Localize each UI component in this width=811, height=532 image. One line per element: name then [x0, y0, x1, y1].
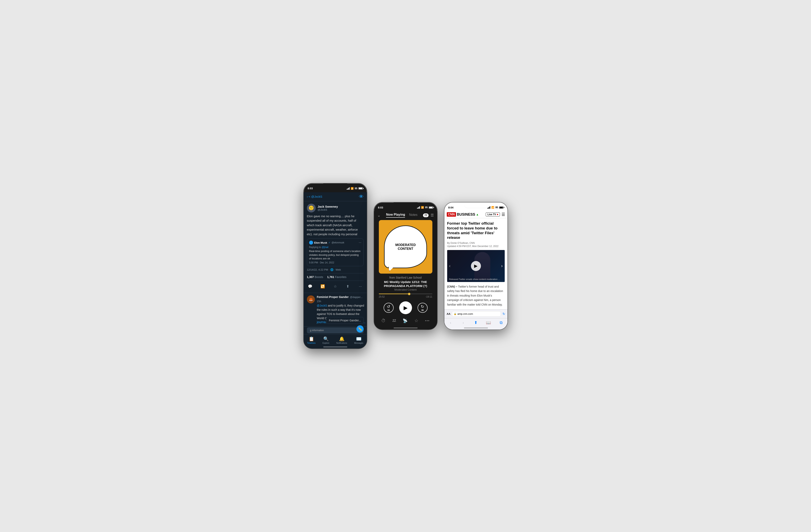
share-button-safari[interactable]: ⬆: [472, 320, 480, 325]
sleep-timer-icon[interactable]: ⏱: [381, 318, 386, 323]
speech-bubble-tail: [388, 267, 394, 271]
episode-count-badge: 77: [423, 213, 429, 217]
compose-button[interactable]: ✏️: [356, 325, 364, 333]
home-indicator-1: [323, 347, 347, 347]
verified-badge: ✓: [328, 241, 331, 244]
status-icons-1: 📶 95: [347, 187, 363, 190]
battery-text-3: 95: [495, 206, 498, 209]
airplay-icon[interactable]: 📡: [402, 318, 408, 323]
quoted-reply-to: Replying to @jhail: [309, 246, 362, 248]
phone-3-cnn: 8:04 📶 95 CNN BUSINESS ▲ Live TV: [444, 202, 508, 330]
wifi-icon-1: 📶: [351, 187, 354, 190]
article-body-cnn: (CNN) –: [447, 285, 457, 288]
cnn-article: Former top Twitter official forced to le…: [444, 218, 507, 309]
podcast-show: Moderated Content: [374, 288, 437, 291]
battery-icon-2: [429, 207, 433, 209]
tweet-body-text: Elon gave me no warning.... plus he susp…: [307, 214, 364, 237]
aa-button[interactable]: AA: [447, 313, 450, 315]
tab-notes[interactable]: Notes: [409, 213, 417, 217]
podcast-controls: ↺ 15 ▶ ↻ 30: [374, 300, 437, 317]
signal-bar-2: [348, 188, 348, 189]
skip-back-arrow-icon: ↺: [387, 304, 390, 309]
url-text: amp.cnn.com: [457, 313, 473, 315]
skip-back-button[interactable]: ↺ 15: [384, 303, 394, 313]
video-thumbnail[interactable]: ‹ ▶ › Released Twitter emails show conte…: [447, 250, 505, 282]
repost-action-icon[interactable]: 🔁: [320, 283, 326, 290]
twitter-header: ‹ < @JxckS 👁: [304, 192, 367, 201]
reply-author-handle: @dapper...: [350, 295, 363, 299]
play-icon: ▶: [403, 305, 408, 311]
url-bar[interactable]: 🔒 amp.cnn.com: [452, 311, 501, 317]
video-overlay: ▶: [447, 250, 505, 282]
reload-button[interactable]: ↻: [503, 312, 505, 316]
progress-bar[interactable]: [379, 293, 432, 294]
forward-button-safari[interactable]: ›: [459, 320, 467, 325]
hamburger-menu-icon[interactable]: ☰: [502, 212, 505, 217]
business-label: BUSINESS: [457, 212, 475, 217]
reply-time: 15h: [317, 300, 321, 303]
video-next-button[interactable]: ›: [501, 263, 503, 269]
speed-icon[interactable]: ZZ: [393, 319, 396, 322]
podcast-content: ⌄ Now Playing Notes 77 ☰ MODERATED CONTE…: [374, 211, 437, 330]
live-tv-label: Live TV: [488, 213, 496, 216]
compose-popup: Feminist Proper Gander...: [326, 317, 364, 324]
play-button[interactable]: ▶: [399, 301, 412, 314]
time-1: 8:03: [308, 187, 313, 190]
podcast-tabs: Now Playing Notes: [386, 213, 417, 218]
bookmarks-button-safari[interactable]: 📖: [485, 320, 492, 325]
timelines-label: Timelines: [307, 342, 316, 344]
notch-3: [464, 202, 488, 208]
more-icon[interactable]: •••: [425, 319, 430, 322]
notifications-icon: 🔔: [339, 336, 345, 341]
nav-notifications[interactable]: 🔔 Notifications: [336, 336, 347, 344]
more-action-icon[interactable]: ···: [357, 283, 364, 290]
main-tweet: 🙂 Jack Sweeney @JxckS Elon gave me no wa…: [304, 201, 367, 293]
battery-icon-3: [499, 207, 504, 209]
podcast-artwork: MODERATED CONTENT: [379, 220, 432, 274]
reply-action-icon[interactable]: 💬: [307, 283, 313, 290]
back-button-safari[interactable]: ‹: [446, 320, 455, 325]
wifi-icon-2: 📶: [421, 206, 424, 209]
back-button[interactable]: ‹ < @JxckS: [307, 195, 322, 198]
favorite-action-icon[interactable]: ☆: [332, 283, 338, 290]
nav-timelines[interactable]: 📋 Timelines: [307, 336, 316, 344]
tweet-timestamp: 12/14/22, 4:22 PM · 🌐 · Web: [307, 268, 364, 271]
tweet-stats: 1,307 Boosts 1,761 Favorites: [307, 273, 364, 281]
signal-bar-4: [349, 187, 350, 189]
menu-icon[interactable]: ☰: [431, 213, 434, 217]
timelines-icon: 📋: [309, 336, 314, 341]
nav-messages[interactable]: ✉️ Messages: [354, 336, 363, 344]
explore-label: Explore: [322, 342, 329, 344]
signal-bar-1: [347, 189, 347, 189]
podcast-header-right: 77 ☰: [423, 213, 434, 217]
star-icon[interactable]: ☆: [414, 318, 418, 323]
quoted-author-name: Elon Musk: [314, 241, 327, 244]
video-play-button[interactable]: ▶: [471, 261, 481, 271]
progress-fill: [379, 293, 409, 294]
quoted-author-handle: @elonmusk: [332, 241, 345, 244]
tab-now-playing[interactable]: Now Playing: [386, 213, 405, 218]
share-action-icon[interactable]: ⬆: [345, 283, 351, 290]
tweet-author-name: Jack Sweeney: [318, 205, 338, 208]
article-byline: By Donie O'Sullivan, CNN: [447, 242, 505, 244]
skip-forward-button[interactable]: ↻ 30: [417, 303, 428, 313]
boosts-stat: 1,307 Boosts: [307, 275, 323, 278]
back-username[interactable]: < @JxckS: [309, 195, 322, 198]
lock-icon: 🔒: [454, 313, 457, 315]
progress-thumb[interactable]: [408, 293, 410, 295]
notch-1: [323, 183, 347, 189]
tweet-author-handle: @JxckS: [318, 208, 338, 211]
cnn-header-right: Live TV ☰: [486, 212, 505, 217]
reply-author-row: Feminist Proper Gander @dapper... 15h: [317, 295, 366, 303]
signal-bars-3: [487, 206, 490, 209]
cnn-logo-area: CNN BUSINESS ▲: [447, 212, 479, 217]
notifications-label: Notifications: [336, 342, 347, 344]
podcast-header: ⌄ Now Playing Notes 77 ☰: [374, 211, 437, 220]
phone-1-twitter: 8:03 📶 95 ‹ < @JxckS 👁 🙂: [303, 183, 367, 349]
live-tv-badge[interactable]: Live TV: [486, 212, 500, 216]
nav-explore[interactable]: 🔍 Explore: [322, 336, 329, 344]
signal-bars-2: [417, 206, 420, 209]
battery-text-1: 95: [355, 187, 357, 190]
tabs-button-safari[interactable]: ⧉: [497, 320, 505, 325]
chevron-down-icon[interactable]: ⌄: [377, 213, 381, 218]
